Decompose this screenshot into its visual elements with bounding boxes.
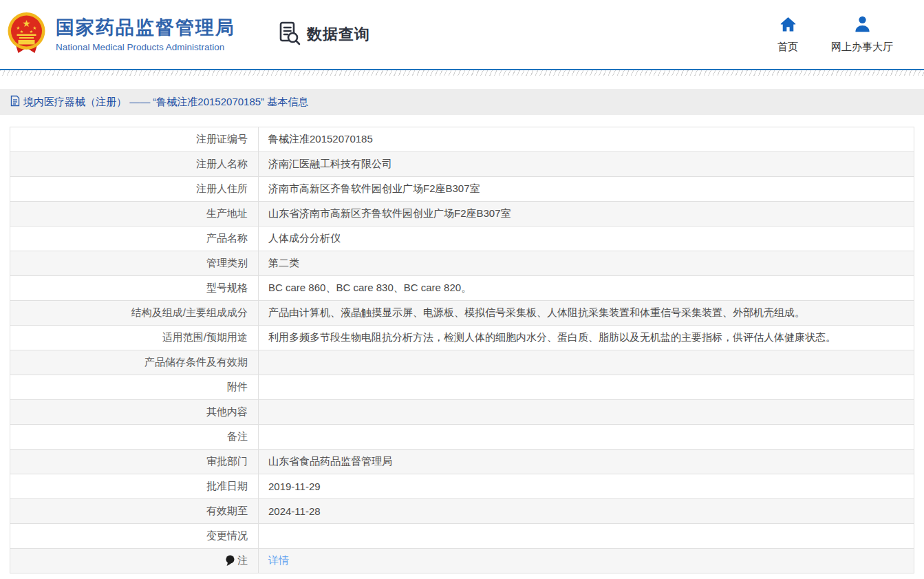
row-label: 注册人住所 — [10, 177, 259, 202]
table-row: 型号规格BC care 860、BC care 830、BC care 820。 — [10, 276, 914, 301]
nmpa-national-emblem-icon: ★ ★ ★ ★ ★ — [7, 11, 46, 58]
nav-service-hall-label: 网上办事大厅 — [831, 41, 893, 54]
registration-info-table: 注册证编号鲁械注准20152070185 注册人名称济南汇医融工科技有限公司 注… — [10, 127, 914, 573]
table-row: 注 详情 — [10, 549, 914, 573]
row-value: 山东省食品药品监督管理局 — [259, 450, 914, 474]
row-value: 利用多频多节段生物电阻抗分析方法，检测人体的细胞内水分、蛋白质、脂肪以及无机盐的… — [259, 326, 914, 350]
table-row: 生产地址山东省济南市高新区齐鲁软件园创业广场F2座B307室 — [10, 202, 914, 227]
table-row: 适用范围/预期用途利用多频多节段生物电阻抗分析方法，检测人体的细胞内水分、蛋白质… — [10, 326, 914, 350]
row-value: 2024-11-28 — [259, 499, 914, 524]
breadcrumb: 境内医疗器械（注册） —— “鲁械注准20152070185” 基本信息 — [0, 89, 924, 115]
breadcrumb-title: 境内医疗器械（注册） —— “鲁械注准20152070185” 基本信息 — [23, 96, 308, 109]
row-value: 山东省济南市高新区齐鲁软件园创业广场F2座B307室 — [259, 202, 914, 227]
row-value: 鲁械注准20152070185 — [259, 127, 914, 152]
row-label: 注册人名称 — [10, 152, 259, 177]
table-row: 注册证编号鲁械注准20152070185 — [10, 127, 914, 152]
hatch-stripe-band — [0, 70, 924, 76]
row-label: 结构及组成/主要组成成分 — [10, 301, 259, 326]
table-row: 产品名称人体成分分析仪 — [10, 227, 914, 251]
table-row: 注册人住所济南市高新区齐鲁软件园创业广场F2座B307室 — [10, 177, 914, 202]
table-row: 变更情况 — [10, 524, 914, 549]
table-row: 备注 — [10, 425, 914, 450]
row-label: 注册证编号 — [10, 127, 259, 152]
home-icon — [779, 15, 797, 36]
table-row: 产品储存条件及有效期 — [10, 350, 914, 375]
row-label: 批准日期 — [10, 474, 259, 499]
row-label: 注 — [237, 554, 248, 566]
data-query-tab[interactable]: 数据查询 — [278, 21, 370, 48]
row-value — [259, 400, 914, 425]
row-label-note: 注 — [10, 549, 259, 573]
org-name-cn: 国家药品监督管理局 — [56, 17, 235, 40]
row-value: 第二类 — [259, 251, 914, 276]
row-label: 附件 — [10, 375, 259, 400]
header-nav: 首页 网上办事大厅 — [777, 15, 893, 54]
row-value: 产品由计算机、液晶触摸显示屏、电源板、模拟信号采集板、人体阻抗采集装置和体重信号… — [259, 301, 914, 326]
user-icon — [853, 15, 872, 36]
row-value: 2019-11-29 — [259, 474, 914, 499]
nav-service-hall[interactable]: 网上办事大厅 — [831, 15, 893, 54]
row-label: 管理类别 — [10, 251, 259, 276]
row-label: 生产地址 — [10, 202, 259, 227]
page-icon — [10, 95, 20, 109]
table-row: 附件 — [10, 375, 914, 400]
detail-link[interactable]: 详情 — [268, 554, 289, 566]
svg-text:★: ★ — [22, 18, 31, 29]
row-label: 其他内容 — [10, 400, 259, 425]
row-label: 产品储存条件及有效期 — [10, 350, 259, 375]
table-row: 审批部门山东省食品药品监督管理局 — [10, 450, 914, 474]
table-row: 管理类别第二类 — [10, 251, 914, 276]
row-label: 产品名称 — [10, 227, 259, 251]
row-value: 人体成分分析仪 — [259, 227, 914, 251]
svg-text:★: ★ — [30, 30, 33, 34]
note-balloon-icon — [226, 555, 235, 568]
site-header: ★ ★ ★ ★ ★ 国家药品监督管理局 National Medical Pro… — [0, 0, 924, 69]
table-row: 批准日期2019-11-29 — [10, 474, 914, 499]
org-name-en: National Medical Products Administration — [56, 42, 235, 52]
row-label: 有效期至 — [10, 499, 259, 524]
row-label: 审批部门 — [10, 450, 259, 474]
row-value — [259, 524, 914, 549]
logo-link[interactable]: ★ ★ ★ ★ ★ 国家药品监督管理局 National Medical Pro… — [7, 11, 235, 58]
row-label: 型号规格 — [10, 276, 259, 301]
row-label: 适用范围/预期用途 — [10, 326, 259, 350]
table-row: 注册人名称济南汇医融工科技有限公司 — [10, 152, 914, 177]
row-value: BC care 860、BC care 830、BC care 820。 — [259, 276, 914, 301]
row-value: 济南汇医融工科技有限公司 — [259, 152, 914, 177]
row-label: 变更情况 — [10, 524, 259, 549]
page: ★ ★ ★ ★ ★ 国家药品监督管理局 National Medical Pro… — [0, 0, 924, 579]
nav-home-label: 首页 — [777, 41, 798, 54]
document-search-icon — [278, 21, 301, 48]
table-row: 其他内容 — [10, 400, 914, 425]
svg-text:★: ★ — [20, 30, 23, 34]
data-query-label: 数据查询 — [307, 24, 370, 45]
nav-home[interactable]: 首页 — [777, 15, 798, 54]
row-value: 济南市高新区齐鲁软件园创业广场F2座B307室 — [259, 177, 914, 202]
table-row: 有效期至2024-11-28 — [10, 499, 914, 524]
row-label: 备注 — [10, 425, 259, 450]
row-value — [259, 425, 914, 450]
table-row: 结构及组成/主要组成成分产品由计算机、液晶触摸显示屏、电源板、模拟信号采集板、人… — [10, 301, 914, 326]
svg-text:★: ★ — [32, 25, 36, 30]
row-value — [259, 350, 914, 375]
row-value: 详情 — [259, 549, 914, 573]
row-value — [259, 375, 914, 400]
